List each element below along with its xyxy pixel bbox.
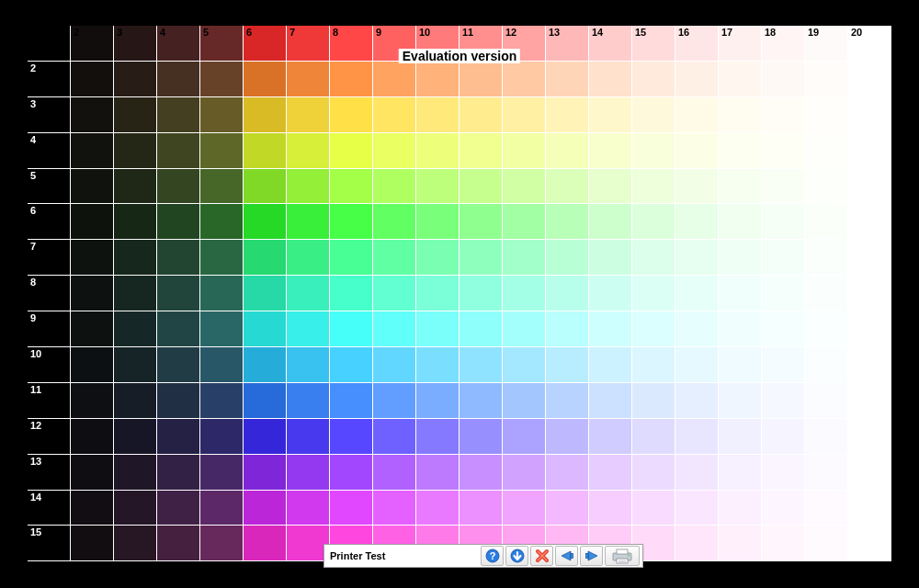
color-cell — [157, 169, 200, 205]
color-cell — [114, 204, 157, 240]
next-button[interactable] — [580, 546, 603, 566]
color-cell — [503, 455, 546, 491]
color-cell — [416, 347, 460, 383]
column-label: 17 — [719, 26, 762, 38]
color-cell — [762, 491, 805, 526]
color-cell — [546, 169, 589, 205]
help-button[interactable]: ? — [481, 546, 504, 566]
color-cell — [503, 419, 546, 455]
color-cell — [719, 526, 762, 561]
color-cell — [71, 62, 114, 97]
color-cell — [805, 455, 848, 491]
color-cell — [416, 97, 460, 133]
color-cell — [373, 204, 416, 240]
column-label: 9 — [373, 26, 416, 38]
color-cell — [200, 169, 244, 205]
color-cell — [460, 204, 503, 240]
color-cell — [71, 347, 114, 383]
color-cell — [848, 133, 891, 169]
color-cell — [416, 62, 460, 97]
color-cell — [71, 133, 114, 169]
color-cell — [589, 455, 632, 491]
column-labels: 1234567891011121314151617181920 — [28, 26, 891, 38]
color-cell — [589, 204, 632, 240]
color-cell — [157, 62, 200, 97]
color-cell — [805, 383, 848, 419]
color-cell — [71, 97, 114, 133]
color-cell — [416, 419, 460, 455]
color-cell — [503, 62, 546, 97]
color-cell — [632, 169, 675, 205]
color-cell — [287, 383, 330, 419]
toolbar-title: Printer Test — [324, 550, 481, 561]
svg-text:?: ? — [489, 550, 495, 561]
color-cell — [546, 276, 589, 311]
color-cell — [632, 97, 675, 133]
column-label: 18 — [762, 26, 805, 38]
color-cell — [244, 62, 287, 97]
printer-icon — [609, 548, 635, 564]
color-cell — [157, 204, 200, 240]
color-cell — [416, 133, 460, 169]
color-cell — [805, 169, 848, 205]
color-cell — [503, 311, 546, 347]
color-cell — [719, 240, 762, 276]
color-cell — [330, 133, 373, 169]
color-cell — [200, 240, 244, 276]
down-button[interactable] — [505, 546, 528, 566]
color-cell — [157, 133, 200, 169]
color-cell — [675, 276, 719, 311]
color-cell — [805, 133, 848, 169]
color-cell — [373, 169, 416, 205]
close-button[interactable] — [530, 546, 553, 566]
color-cell — [503, 491, 546, 526]
color-cell — [416, 169, 460, 205]
row-label: 12 — [28, 419, 41, 455]
color-cell — [157, 97, 200, 133]
color-cell — [330, 491, 373, 526]
color-cell — [157, 455, 200, 491]
color-cell — [719, 97, 762, 133]
color-cell — [460, 276, 503, 311]
row-label: 7 — [28, 240, 41, 276]
color-cell — [244, 383, 287, 419]
prev-button[interactable] — [555, 546, 578, 566]
column-label: 4 — [157, 26, 200, 38]
color-cell — [719, 491, 762, 526]
svg-point-10 — [628, 555, 630, 557]
color-cell — [632, 276, 675, 311]
down-arrow-icon — [510, 548, 525, 563]
color-cell — [546, 311, 589, 347]
color-cell — [848, 419, 891, 455]
color-cell — [157, 491, 200, 526]
color-cell — [330, 455, 373, 491]
color-cell — [589, 347, 632, 383]
color-cell — [503, 240, 546, 276]
color-cell — [71, 491, 114, 526]
color-cell — [503, 204, 546, 240]
color-cell — [805, 419, 848, 455]
color-cell — [546, 383, 589, 419]
color-cell — [589, 240, 632, 276]
color-cell — [244, 347, 287, 383]
color-cell — [546, 204, 589, 240]
color-cell — [762, 240, 805, 276]
color-cell — [330, 62, 373, 97]
watermark: Evaluation version — [399, 49, 520, 63]
color-cell — [546, 240, 589, 276]
print-button[interactable] — [605, 546, 640, 566]
column-label: 5 — [200, 26, 244, 38]
color-cell — [200, 97, 244, 133]
color-cell — [632, 419, 675, 455]
color-cell — [330, 240, 373, 276]
color-cell — [200, 133, 244, 169]
color-cell — [244, 276, 287, 311]
color-cell — [200, 526, 244, 561]
color-cell — [805, 97, 848, 133]
color-cell — [114, 347, 157, 383]
color-cell — [805, 491, 848, 526]
column-label: 16 — [675, 26, 719, 38]
color-cell — [589, 491, 632, 526]
color-cell — [675, 383, 719, 419]
color-cell — [330, 204, 373, 240]
